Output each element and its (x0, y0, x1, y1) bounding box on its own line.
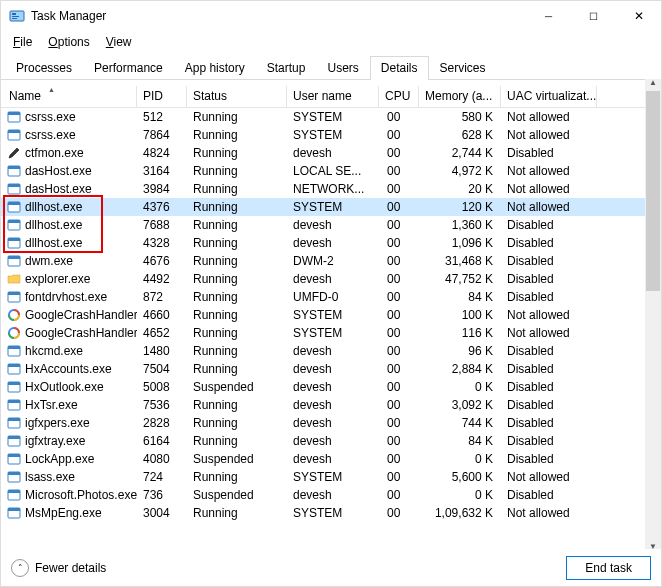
table-row[interactable]: ctfmon.exe4824Runningdevesh002,744 KDisa… (1, 144, 661, 162)
cell-cpu: 00 (379, 199, 419, 215)
process-name: HxTsr.exe (25, 398, 78, 412)
table-row[interactable]: explorer.exe4492Runningdevesh0047,752 KD… (1, 270, 661, 288)
cell-user: SYSTEM (287, 199, 379, 215)
process-name: ctfmon.exe (25, 146, 84, 160)
table-row[interactable]: lsass.exe724RunningSYSTEM005,600 KNot al… (1, 468, 661, 486)
col-name[interactable]: Name▲ (1, 86, 137, 107)
table-row[interactable]: igfxpers.exe2828Runningdevesh00744 KDisa… (1, 414, 661, 432)
scroll-up-icon[interactable]: ▲ (645, 74, 661, 90)
cell-pid: 512 (137, 109, 187, 125)
svg-rect-15 (8, 220, 20, 223)
table-row[interactable]: Microsoft.Photos.exe736Suspendeddevesh00… (1, 486, 661, 504)
cell-memory: 100 K (419, 307, 501, 323)
cell-cpu: 00 (379, 343, 419, 359)
process-name: explorer.exe (25, 272, 90, 286)
svg-rect-35 (8, 436, 20, 439)
process-name: hkcmd.exe (25, 344, 83, 358)
cell-uac: Disabled (501, 397, 597, 413)
svg-rect-11 (8, 184, 20, 187)
col-pid[interactable]: PID (137, 86, 187, 107)
table-row[interactable]: dasHost.exe3164RunningLOCAL SE...004,972… (1, 162, 661, 180)
cell-user: SYSTEM (287, 307, 379, 323)
cell-user: devesh (287, 415, 379, 431)
cell-pid: 3984 (137, 181, 187, 197)
process-name: fontdrvhost.exe (25, 290, 107, 304)
cell-memory: 0 K (419, 451, 501, 467)
col-status[interactable]: Status (187, 86, 287, 107)
svg-rect-2 (12, 16, 19, 17)
menu-item[interactable]: View (98, 33, 140, 49)
cell-status: Running (187, 289, 287, 305)
col-uac[interactable]: UAC virtualizat... (501, 86, 597, 107)
table-row[interactable]: hkcmd.exe1480Runningdevesh0096 KDisabled (1, 342, 661, 360)
table-row[interactable]: HxAccounts.exe7504Runningdevesh002,884 K… (1, 360, 661, 378)
table-row[interactable]: csrss.exe7864RunningSYSTEM00628 KNot all… (1, 126, 661, 144)
table-row[interactable]: fontdrvhost.exe872RunningUMFD-00084 KDis… (1, 288, 661, 306)
cell-cpu: 00 (379, 451, 419, 467)
cell-cpu: 00 (379, 217, 419, 233)
cell-memory: 84 K (419, 433, 501, 449)
cell-uac: Disabled (501, 289, 597, 305)
table-row[interactable]: LockApp.exe4080Suspendeddevesh000 KDisab… (1, 450, 661, 468)
table-row[interactable]: HxTsr.exe7536Runningdevesh003,092 KDisab… (1, 396, 661, 414)
process-icon (7, 236, 21, 250)
table-row[interactable]: GoogleCrashHandler...4652RunningSYSTEM00… (1, 324, 661, 342)
cell-memory: 628 K (419, 127, 501, 143)
table-row[interactable]: dllhost.exe7688Runningdevesh001,360 KDis… (1, 216, 661, 234)
tab-processes[interactable]: Processes (5, 56, 83, 80)
menu-bar: FileOptionsView (1, 31, 661, 53)
table-row[interactable]: dwm.exe4676RunningDWM-20031,468 KDisable… (1, 252, 661, 270)
end-task-button[interactable]: End task (566, 556, 651, 580)
cell-status: Running (187, 271, 287, 287)
menu-item[interactable]: File (5, 33, 40, 49)
maximize-button[interactable]: ☐ (571, 1, 616, 31)
minimize-button[interactable]: ─ (526, 1, 571, 31)
col-memory[interactable]: Memory (a... (419, 86, 501, 107)
process-icon (7, 506, 21, 520)
tab-details[interactable]: Details (370, 56, 429, 80)
process-icon (7, 344, 21, 358)
menu-item[interactable]: Options (40, 33, 97, 49)
tab-users[interactable]: Users (316, 56, 369, 80)
table-row[interactable]: HxOutlook.exe5008Suspendeddevesh000 KDis… (1, 378, 661, 396)
table-row[interactable]: MsMpEng.exe3004RunningSYSTEM001,09,632 K… (1, 504, 661, 522)
cell-user: SYSTEM (287, 505, 379, 521)
cell-status: Suspended (187, 379, 287, 395)
vertical-scrollbar[interactable]: ▲ ▼ (645, 79, 661, 549)
table-row[interactable]: dllhost.exe4376RunningSYSTEM00120 KNot a… (1, 198, 661, 216)
cell-pid: 4660 (137, 307, 187, 323)
cell-status: Running (187, 127, 287, 143)
cell-cpu: 00 (379, 145, 419, 161)
tab-performance[interactable]: Performance (83, 56, 174, 80)
table-row[interactable]: igfxtray.exe6164Runningdevesh0084 KDisab… (1, 432, 661, 450)
cell-status: Running (187, 415, 287, 431)
cell-user: devesh (287, 397, 379, 413)
col-cpu[interactable]: CPU (379, 86, 419, 107)
tab-app-history[interactable]: App history (174, 56, 256, 80)
process-name: Microsoft.Photos.exe (25, 488, 137, 502)
sort-indicator-icon: ▲ (48, 86, 55, 93)
scroll-thumb[interactable] (646, 91, 660, 291)
fewer-details-button[interactable]: ˄ Fewer details (11, 559, 106, 577)
app-icon (9, 8, 25, 24)
process-icon (7, 326, 21, 340)
cell-uac: Not allowed (501, 127, 597, 143)
col-user[interactable]: User name (287, 86, 379, 107)
tab-startup[interactable]: Startup (256, 56, 317, 80)
cell-pid: 724 (137, 469, 187, 485)
table-row[interactable]: dasHost.exe3984RunningNETWORK...0020 KNo… (1, 180, 661, 198)
process-name: igfxtray.exe (25, 434, 85, 448)
tab-services[interactable]: Services (429, 56, 497, 80)
table-row[interactable]: csrss.exe512RunningSYSTEM00580 KNot allo… (1, 108, 661, 126)
process-table: Name▲ PID Status User name CPU Memory (a… (1, 80, 661, 560)
cell-uac: Not allowed (501, 505, 597, 521)
cell-memory: 744 K (419, 415, 501, 431)
cell-cpu: 00 (379, 433, 419, 449)
close-button[interactable]: ✕ (616, 1, 661, 31)
process-icon (7, 200, 21, 214)
table-row[interactable]: GoogleCrashHandler...4660RunningSYSTEM00… (1, 306, 661, 324)
cell-user: SYSTEM (287, 127, 379, 143)
cell-uac: Disabled (501, 451, 597, 467)
cell-user: UMFD-0 (287, 289, 379, 305)
table-row[interactable]: dllhost.exe4328Runningdevesh001,096 KDis… (1, 234, 661, 252)
